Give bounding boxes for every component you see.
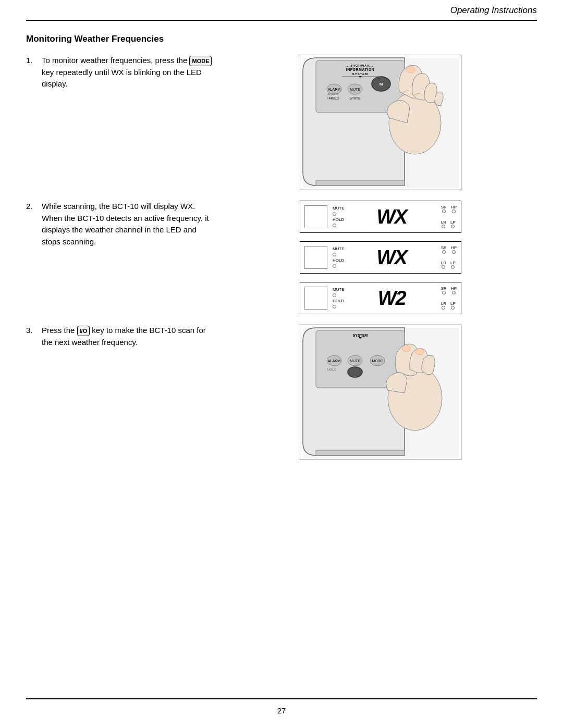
device-svg-2: SYSTEM ALARM MUTE MODE xyxy=(300,325,461,460)
item3-image-col: SYSTEM ALARM MUTE MODE xyxy=(224,325,537,468)
item3-text: Press the I/O key to make the BCT-10 sca… xyxy=(42,325,214,348)
led-sr-item-3: SR xyxy=(441,287,447,294)
led-hold-row-3: HOLD xyxy=(333,299,345,303)
led-lr-label-2: LR xyxy=(441,261,446,265)
led-left-square-3 xyxy=(304,287,327,310)
led-sr-dot-1 xyxy=(442,209,446,213)
led-hold-dot-row-3 xyxy=(333,305,345,309)
led-lr-lp-row-2: LR LP xyxy=(441,261,457,269)
led-lp-label-1: LP xyxy=(450,220,456,225)
led-text-wx-2: WX xyxy=(347,248,437,267)
svg-point-34 xyxy=(415,349,424,355)
led-hp-item-2: HP xyxy=(451,246,457,254)
led-hp-label-3: HP xyxy=(451,287,457,291)
item1-text: To monitor weather frequencies, press th… xyxy=(42,55,214,90)
item2-number: 2. xyxy=(26,201,38,248)
list-item-3: 3. Press the I/O key to make the BCT-10 … xyxy=(26,325,214,348)
led-hold-dot-2 xyxy=(333,264,336,268)
led-mute-label-3: MUTE xyxy=(333,288,345,292)
led-hp-label-2: HP xyxy=(451,246,457,250)
led-right-indicators-1: SR HP LR xyxy=(441,205,457,228)
led-hp-dot-3 xyxy=(452,291,456,294)
led-sr-dot-3 xyxy=(442,291,446,294)
led-lp-dot-2 xyxy=(451,265,455,269)
led-lp-dot-3 xyxy=(451,306,455,310)
led-hold-dot-row-1 xyxy=(333,224,345,227)
led-mute-dot-row-1 xyxy=(333,212,345,216)
item2-text: While scanning, the BCT-10 will display … xyxy=(42,201,214,248)
item1-text-col: 1. To monitor weather frequencies, press… xyxy=(26,55,224,198)
led-lr-lp-row-3: LR LP xyxy=(441,302,457,310)
led-sr-dot-2 xyxy=(442,250,446,254)
led-lr-dot-1 xyxy=(442,225,445,228)
bottom-border xyxy=(26,698,537,699)
led-display-wx-2: MUTE HOLD WX xyxy=(300,241,461,274)
led-hold-label-2: HOLD xyxy=(333,258,344,263)
led-text-w2: W2 xyxy=(347,288,437,308)
led-left-square-2 xyxy=(304,246,327,269)
led-lp-label-2: LP xyxy=(450,261,456,265)
led-hp-item-3: HP xyxy=(451,287,457,294)
led-sr-label-1: SR xyxy=(441,205,447,209)
led-hold-row-1: HOLD xyxy=(333,218,345,222)
main-content: Monitoring Weather Frequencies 1. To mon… xyxy=(26,29,537,692)
led-mute-dot-3 xyxy=(333,293,336,297)
led-hp-dot-2 xyxy=(452,250,456,254)
led-left-square-1 xyxy=(304,205,327,228)
led-right-indicators-3: SR HP LR xyxy=(441,287,457,310)
led-mute-row-1: MUTE xyxy=(333,206,345,211)
svg-text:MODE: MODE xyxy=(372,359,383,363)
mode-key-icon: MODE xyxy=(189,56,212,67)
svg-text:INFORMATION: INFORMATION xyxy=(346,68,374,71)
led-hold-dot-1 xyxy=(333,224,336,227)
item3-number: 3. xyxy=(26,325,38,348)
led-hp-item-1: HP xyxy=(451,205,457,213)
led-mute-label-1: MUTE xyxy=(333,206,345,211)
led-hp-label-1: HP xyxy=(451,205,457,209)
svg-text:MUTE: MUTE xyxy=(350,359,360,363)
item2-text-col: 2. While scanning, the BCT-10 will displ… xyxy=(26,201,224,319)
led-mute-label-2: MUTE xyxy=(333,247,345,251)
page-title: Operating Instructions xyxy=(450,5,537,16)
led-sr-hp-row-2: SR HP xyxy=(441,246,457,254)
svg-text:....HIGHWAY....: ....HIGHWAY.... xyxy=(346,64,375,67)
led-mute-row-3: MUTE xyxy=(333,288,345,292)
led-left-indicators-1: MUTE HOLD xyxy=(333,205,345,228)
io-key-icon: I/O xyxy=(77,326,90,337)
led-lr-item-2: LR xyxy=(441,261,446,269)
list-item-1: 1. To monitor weather frequencies, press… xyxy=(26,55,214,90)
top-border xyxy=(26,20,537,21)
page-container: Operating Instructions 27 Monitoring Wea… xyxy=(0,0,563,728)
led-lr-lp-row-1: LR LP xyxy=(441,220,457,228)
device-image-1: ....HIGHWAY.... INFORMATION SYSTEM ALARM xyxy=(300,55,461,190)
item3-row: 3. Press the I/O key to make the BCT-10 … xyxy=(26,325,537,468)
led-lr-dot-2 xyxy=(442,265,445,269)
page-number: 27 xyxy=(277,706,286,715)
item1-row: 1. To monitor weather frequencies, press… xyxy=(26,55,537,198)
led-display-w2: MUTE HOLD W2 xyxy=(300,282,461,314)
item2-row: 2. While scanning, the BCT-10 will displ… xyxy=(26,201,537,319)
led-sr-item-2: SR xyxy=(441,246,447,254)
led-sr-label-3: SR xyxy=(441,287,447,291)
device-svg-1: ....HIGHWAY.... INFORMATION SYSTEM ALARM xyxy=(300,55,461,190)
led-lp-item-3: LP xyxy=(450,302,456,310)
svg-text:ALARM: ALARM xyxy=(328,359,340,363)
led-sr-hp-row-3: SR HP xyxy=(441,287,457,294)
led-sr-hp-row-1: SR HP xyxy=(441,205,457,213)
led-lr-item-3: LR xyxy=(441,302,446,310)
led-hold-dot-row-2 xyxy=(333,264,345,268)
led-lr-dot-3 xyxy=(442,306,445,310)
svg-text:HOLD: HOLD xyxy=(327,96,336,100)
led-left-indicators-2: MUTE HOLD xyxy=(333,246,345,269)
item3-text-col: 3. Press the I/O key to make the BCT-10 … xyxy=(26,325,224,468)
led-lp-item-2: LP xyxy=(450,261,456,269)
led-lr-item-1: LR xyxy=(441,220,446,228)
led-lp-dot-1 xyxy=(451,225,455,228)
svg-text:M: M xyxy=(380,82,383,87)
led-right-indicators-2: SR HP LR xyxy=(441,246,457,269)
svg-text:STATE: STATE xyxy=(348,368,358,371)
led-mute-dot-row-3 xyxy=(333,293,345,297)
list-item-2: 2. While scanning, the BCT-10 will displ… xyxy=(26,201,214,248)
section-heading: Monitoring Weather Frequencies xyxy=(26,34,537,44)
svg-point-18 xyxy=(407,67,415,73)
